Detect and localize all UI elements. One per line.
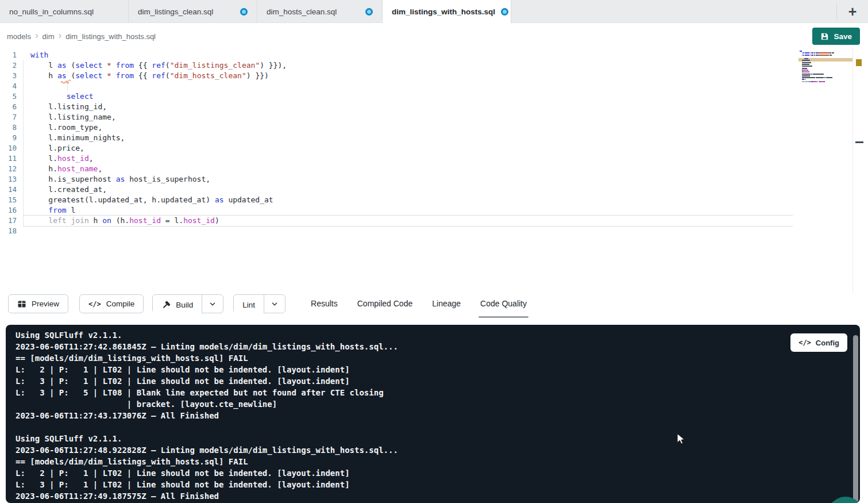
code-line: l.listing_name, [23, 112, 793, 122]
terminal-line: L: 3 | P: 1 | LT02 | Line should not be … [16, 375, 398, 387]
tab-label: dim_listings_clean.sql [138, 7, 213, 16]
lint-squiggle-underline [61, 76, 69, 85]
unsaved-changes-dot-icon[interactable] [365, 8, 373, 16]
code-line: from l [23, 205, 793, 216]
tab-bar-spacer [511, 0, 836, 22]
line-number: 8 [0, 122, 17, 133]
code-editor[interactable]: 123456789101112131415161718 with l as (s… [0, 49, 868, 293]
line-number: 2 [0, 60, 17, 71]
tab-label: dim_listings_with_hosts.sql [392, 7, 495, 16]
terminal-line: == [models/dim/dim_listings_with_hosts.s… [16, 352, 398, 364]
tab-compiled-code[interactable]: Compiled Code [357, 299, 413, 313]
save-button-label: Save [834, 32, 852, 41]
line-number: 11 [0, 153, 17, 164]
line-number: 5 [0, 91, 17, 102]
breadcrumb-bar: models › dim › dim_listings_with_hosts.s… [0, 24, 868, 49]
code-line [23, 226, 793, 236]
code-line: left join h on (h.host_id = l.host_id) [23, 216, 793, 226]
tab-lineage[interactable]: Lineage [432, 299, 461, 313]
preview-button-label: Preview [32, 300, 59, 308]
overview-ruler-warning-marker [856, 59, 862, 66]
tab-results[interactable]: Results [311, 299, 338, 313]
build-button[interactable]: Build [153, 296, 202, 314]
terminal-line: 2023-06-06T11:27:42.861845Z — Linting mo… [16, 341, 398, 352]
lint-dropdown-button[interactable] [264, 295, 285, 313]
breadcrumb-item-dim[interactable]: dim [43, 32, 55, 41]
line-number: 6 [0, 102, 17, 112]
tab-dim-listings-with-hosts[interactable]: dim_listings_with_hosts.sql [383, 0, 511, 24]
code-brackets-icon: </> [798, 339, 811, 347]
code-line: l.created_at, [23, 185, 793, 195]
code-line: l.room_type, [23, 122, 793, 133]
terminal-line: 2023-06-06T11:27:49.187575Z — All Finish… [16, 490, 398, 502]
config-button-label: Config [816, 339, 839, 347]
editor-right-separator [852, 49, 853, 293]
terminal-line: Using SQLFluff v2.1.1. [16, 433, 398, 444]
code-line: greatest(l.updated_at, h.updated_at) as … [23, 195, 793, 205]
lint-button[interactable]: Lint [234, 296, 264, 314]
code-line: with [23, 50, 793, 60]
terminal-line [16, 421, 398, 433]
minimap[interactable] [798, 51, 852, 120]
tab-dim-hosts-clean[interactable]: dim_hosts_clean.sql [257, 0, 383, 23]
code-line: h as (select * from {{ ref("dim_hosts_cl… [23, 71, 793, 81]
code-line: l.host_id, [23, 153, 793, 164]
lint-button-group: Lint [233, 294, 286, 313]
tab-bar: no_nulls_in_columns.sql dim_listings_cle… [0, 0, 868, 23]
unsaved-changes-dot-icon[interactable] [501, 8, 508, 16]
breadcrumb-item-file[interactable]: dim_listings_with_hosts.sql [65, 32, 156, 41]
build-button-group: Build [152, 294, 223, 313]
code-line [23, 81, 793, 91]
compile-button[interactable]: </> Compile [79, 294, 144, 313]
code-line: l.minimum_nights, [23, 133, 793, 143]
line-number: 9 [0, 133, 17, 143]
terminal-line: | bracket. [layout.cte_newline] [16, 398, 398, 410]
build-dropdown-button[interactable] [202, 295, 223, 313]
terminal-line: == [models/dim/dim_listings_with_hosts.s… [16, 456, 398, 467]
code-line: select [23, 91, 793, 102]
line-number: 12 [0, 164, 17, 174]
lint-button-label: Lint [242, 301, 255, 309]
breadcrumb-separator-icon: › [59, 30, 62, 43]
code-line: h.is_superhost as host_is_superhost, [23, 174, 793, 185]
tab-label: dim_hosts_clean.sql [267, 7, 337, 16]
code-line: l.listing_id, [23, 102, 793, 112]
code-line: l.price, [23, 143, 793, 153]
config-button[interactable]: </> Config [790, 333, 847, 352]
code-line: l as (select * from {{ ref("dim_listings… [23, 60, 793, 71]
compile-button-label: Compile [106, 300, 135, 308]
gutter: 123456789101112131415161718 [0, 50, 17, 236]
hammer-icon [161, 301, 171, 310]
code-lines: with l as (select * from {{ ref("dim_lis… [23, 50, 793, 236]
tab-label: no_nulls_in_columns.sql [9, 7, 94, 16]
chevron-down-icon [209, 300, 217, 308]
preview-button[interactable]: Preview [8, 294, 68, 313]
overview-ruler-cursor-marker [855, 141, 863, 143]
new-tab-button[interactable]: + [837, 0, 868, 23]
terminal-line: 2023-06-06T11:27:43.173076Z — All Finish… [16, 410, 398, 421]
build-button-label: Build [176, 301, 193, 309]
terminal-line: Using SQLFluff v2.1.1. [16, 329, 398, 341]
table-grid-icon [17, 300, 26, 309]
terminal-scrollbar-thumb[interactable] [853, 335, 858, 503]
breadcrumb-item-models[interactable]: models [7, 32, 31, 41]
chevron-down-icon [271, 300, 279, 308]
line-number: 18 [0, 226, 17, 236]
line-number: 7 [0, 112, 17, 122]
breadcrumb-separator-icon: › [35, 30, 38, 43]
line-number: 3 [0, 71, 17, 81]
minimap-code [800, 51, 834, 85]
line-number: 1 [0, 50, 17, 60]
unsaved-changes-dot-icon[interactable] [240, 8, 248, 16]
breadcrumb: models › dim › dim_listings_with_hosts.s… [7, 24, 156, 49]
save-button[interactable]: Save [812, 28, 860, 45]
tab-no-nulls-in-columns[interactable]: no_nulls_in_columns.sql [0, 0, 129, 23]
line-number: 13 [0, 174, 17, 185]
tab-dim-listings-clean[interactable]: dim_listings_clean.sql [129, 0, 257, 23]
terminal-line: 2023-06-06T11:27:48.922828Z — Linting mo… [16, 444, 398, 456]
line-number: 17 [0, 216, 17, 226]
line-number: 14 [0, 185, 17, 195]
save-floppy-icon [820, 32, 829, 41]
tab-code-quality[interactable]: Code Quality [480, 299, 527, 313]
result-tabs: Results Compiled Code Lineage Code Quali… [311, 299, 527, 313]
